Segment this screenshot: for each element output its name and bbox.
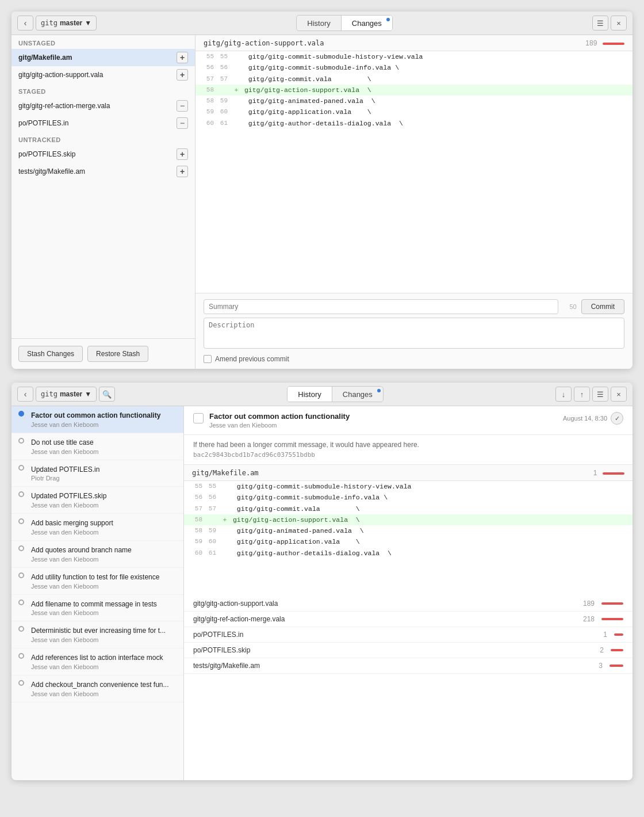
tab-changes[interactable]: Changes — [341, 16, 392, 30]
section-staged: Staged — [12, 83, 195, 97]
back-button-2[interactable]: ‹ — [17, 387, 33, 402]
description-input[interactable] — [204, 318, 624, 349]
changes-dot-2 — [377, 389, 381, 392]
commit-item-4[interactable]: Add basic merging support Jesse van den … — [12, 514, 183, 541]
branch-selector-2[interactable]: gitg master ▼ — [36, 387, 97, 402]
history-file-row-tests-makefile[interactable]: tests/gitg/Makefile.am 3 — [184, 658, 632, 674]
file-row-tests-makefile[interactable]: tests/gitg/Makefile.am + — [12, 163, 195, 180]
commit-dot-8 — [18, 626, 24, 632]
file-row-action-support[interactable]: gitg/gitg-action-support.vala + — [12, 66, 195, 83]
commit-dot-2 — [18, 465, 24, 471]
menu-button-2[interactable]: ☰ — [592, 387, 608, 402]
branch-selector[interactable]: gitg master ▼ — [36, 16, 97, 30]
stash-changes-button[interactable]: Stash Changes — [18, 346, 83, 362]
commit-title-5: Add quotes around branch name — [31, 545, 177, 555]
download-button[interactable]: ↓ — [555, 387, 572, 402]
history-line-count-area: 1 — [593, 468, 624, 477]
commit-message-area: If there had been a longer commit messag… — [184, 435, 632, 465]
commit-dot-7 — [18, 600, 24, 605]
commit-author-9: Jesse van den Kieboom — [31, 663, 177, 670]
commit-item-9[interactable]: Add references list to action interface … — [12, 648, 183, 675]
commit-item-2[interactable]: Updated POTFILES.in Piotr Drag — [12, 460, 183, 487]
unstage-btn-ref-action-merge[interactable]: − — [177, 100, 188, 112]
tab-changes-2[interactable]: Changes — [332, 387, 383, 402]
history-file-row-ref-action-merge[interactable]: gitg/gitg-ref-action-merge.vala 218 — [184, 612, 632, 627]
commit-title-0: Factor out common action functionality — [31, 411, 177, 421]
close-button[interactable]: × — [611, 16, 627, 30]
file-header-bar: gitg/gitg-action-support.vala 189 — [195, 35, 632, 51]
stage-btn-makefile[interactable]: + — [177, 52, 188, 63]
commit-item-5[interactable]: Add quotes around branch name Jesse van … — [12, 541, 183, 568]
window-history: ‹ gitg master ▼ 🔍 History Changes ↓ ↑ — [12, 383, 632, 780]
section-unstaged: Unstaged — [12, 35, 195, 49]
section-untracked: Untracked — [12, 132, 195, 146]
commit-detail-right: August 14, 8:30 ✓ — [563, 412, 623, 425]
diff-line-added: 58 + gitg/gitg-action-support.vala \ — [195, 85, 632, 96]
commit-item-0[interactable]: Factor out common action functionality J… — [12, 406, 183, 433]
commit-item-3[interactable]: Updated POTFILES.skip Jesse van den Kieb… — [12, 487, 183, 514]
commit-detail-header: Factor out common action functionality J… — [184, 406, 632, 435]
commit-item-1[interactable]: Do not use title case Jesse van den Kieb… — [12, 433, 183, 460]
search-button[interactable]: 🔍 — [99, 387, 115, 402]
commit-item-8[interactable]: Deterministic but ever increasing time f… — [12, 621, 183, 648]
summary-row: 50 Commit — [204, 299, 624, 314]
history-file-row-potfiles-in[interactable]: po/POTFILES.in 1 — [184, 627, 632, 643]
file-name-tests-makefile: tests/gitg/Makefile.am — [18, 167, 85, 175]
restore-stash-button[interactable]: Restore Stash — [87, 346, 148, 362]
tab-history-2[interactable]: History — [288, 387, 331, 402]
commit-detail-author: Jesse van den Kieboom — [209, 422, 350, 429]
commit-title-6: Add utility function to test for file ex… — [31, 572, 177, 582]
commit-detail-title: Factor out common action functionality — [209, 412, 350, 421]
history-file-list: gitg/gitg-action-support.vala 189 gitg/g… — [184, 596, 632, 780]
commit-title-1: Do not use title case — [31, 438, 177, 448]
commit-item-10[interactable]: Add checkout_branch convenience test fun… — [12, 675, 183, 703]
file-bar-tests-makefile — [610, 665, 623, 667]
commit-author-5: Jesse van den Kieboom — [31, 556, 177, 563]
file-row-ref-action-merge[interactable]: gitg/gitg-ref-action-merge.vala − — [12, 97, 195, 114]
history-file-row-action-support[interactable]: gitg/gitg-action-support.vala 189 — [184, 596, 632, 612]
line-count: 189 — [585, 39, 597, 47]
commit-author-1: Jesse van den Kieboom — [31, 448, 177, 455]
file-row-makefile[interactable]: gitg/Makefile.am + — [12, 49, 195, 66]
commit-button[interactable]: Commit — [581, 299, 624, 314]
amend-label: Amend previous commit — [215, 355, 289, 363]
menu-button[interactable]: ☰ — [592, 16, 608, 30]
upload-button[interactable]: ↑ — [574, 387, 590, 402]
branch-arrow-2: ▼ — [85, 390, 91, 398]
commit-checkbox[interactable] — [193, 413, 204, 423]
commit-hash: bac2c9843bcbd1b7acd96c037551bdbb — [193, 451, 623, 459]
history-diff-line: 5757 gitg/gitg-commit.vala \ — [184, 503, 632, 514]
tab-history[interactable]: History — [297, 16, 340, 30]
commit-author-0: Jesse van den Kieboom — [31, 421, 177, 428]
commit-area: 50 Commit Amend previous commit — [195, 293, 632, 369]
toolbar-history: ‹ gitg master ▼ 🔍 History Changes ↓ ↑ — [12, 383, 632, 406]
line-bar — [603, 43, 624, 45]
left-panel: Unstaged gitg/Makefile.am + gitg/gitg-ac… — [12, 35, 195, 369]
checkmark-button[interactable]: ✓ — [611, 412, 623, 425]
diff-file-name: gitg/gitg-action-support.vala — [204, 39, 324, 47]
history-file-header-makefile: gitg/Makefile.am 1 — [184, 465, 632, 481]
history-file-row-potfiles-skip[interactable]: po/POTFILES.skip 2 — [184, 643, 632, 658]
stage-btn-potfiles-skip[interactable]: + — [177, 148, 188, 160]
commit-item-7[interactable]: Add filename to commit message in tests … — [12, 595, 183, 622]
diff-line: 5859 gitg/gitg-animated-paned.vala \ — [195, 96, 632, 106]
commit-item-6[interactable]: Add utility function to test for file ex… — [12, 568, 183, 595]
toolbar-right-2: ↓ ↑ ☰ × — [555, 387, 627, 402]
commit-author-8: Jesse van den Kieboom — [31, 636, 177, 643]
diff-line: 6061 gitg/gitg-author-details-dialog.val… — [195, 118, 632, 129]
branch-arrow: ▼ — [85, 19, 91, 27]
amend-checkbox[interactable] — [204, 355, 212, 363]
close-button-2[interactable]: × — [611, 387, 627, 402]
file-name-potfiles-skip: po/POTFILES.skip — [18, 150, 75, 158]
stage-btn-tests-makefile[interactable]: + — [177, 166, 188, 177]
back-button[interactable]: ‹ — [17, 16, 33, 30]
changes-dot — [386, 18, 390, 21]
file-row-potfiles-skip[interactable]: po/POTFILES.skip + — [12, 146, 195, 163]
diff-line: 5960 gitg/gitg-application.vala \ — [195, 106, 632, 117]
amend-row: Amend previous commit — [204, 355, 624, 363]
file-name-ref-action-merge: gitg/gitg-ref-action-merge.vala — [18, 102, 110, 110]
summary-input[interactable] — [204, 299, 558, 314]
file-row-potfiles[interactable]: po/POTFILES.in − — [12, 114, 195, 132]
stage-btn-action-support[interactable]: + — [177, 69, 188, 81]
unstage-btn-potfiles[interactable]: − — [177, 117, 188, 129]
